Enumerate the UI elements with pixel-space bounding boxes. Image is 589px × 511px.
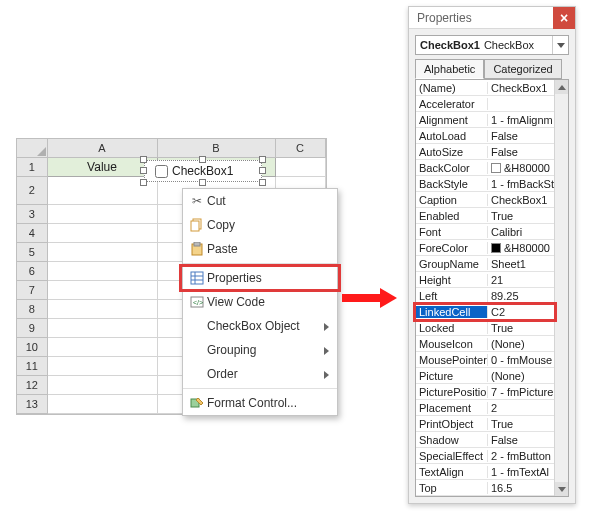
property-name: SpecialEffect	[416, 450, 488, 462]
resize-handle[interactable]	[140, 179, 147, 186]
property-row[interactable]: Accelerator	[416, 96, 568, 112]
property-row[interactable]: AutoLoadFalse	[416, 128, 568, 144]
menu-properties[interactable]: Properties	[183, 266, 337, 290]
resize-handle[interactable]	[259, 167, 266, 174]
col-header-a[interactable]: A	[47, 139, 157, 157]
close-button[interactable]: ×	[553, 7, 575, 29]
col-header-c[interactable]: C	[275, 139, 325, 157]
property-row[interactable]: PicturePosition7 - fmPicture	[416, 384, 568, 400]
property-name: Alignment	[416, 114, 488, 126]
cell-a4[interactable]	[47, 223, 157, 242]
row-header-11[interactable]: 11	[17, 356, 47, 375]
property-row[interactable]: AutoSizeFalse	[416, 144, 568, 160]
property-row[interactable]: SpecialEffect2 - fmButton	[416, 448, 568, 464]
row-header-10[interactable]: 10	[17, 337, 47, 356]
scroll-up-button[interactable]	[555, 80, 568, 94]
menu-order[interactable]: Order	[183, 362, 337, 386]
arrow-annotation	[342, 288, 397, 308]
resize-handle[interactable]	[140, 167, 147, 174]
property-row[interactable]: (Name)CheckBox1	[416, 80, 568, 96]
property-row[interactable]: BackStyle1 - fmBackSt	[416, 176, 568, 192]
property-name: LinkedCell	[416, 306, 488, 318]
cell-a8[interactable]	[47, 299, 157, 318]
scrollbar[interactable]	[554, 80, 568, 496]
menu-format-control[interactable]: Format Control...	[183, 391, 337, 415]
property-row[interactable]: PrintObjectTrue	[416, 416, 568, 432]
property-row[interactable]: Top16.5	[416, 480, 568, 496]
resize-handle[interactable]	[140, 156, 147, 163]
menu-paste[interactable]: Paste	[183, 237, 337, 261]
row-header-8[interactable]: 8	[17, 299, 47, 318]
cell-a13[interactable]	[47, 394, 157, 413]
property-row[interactable]: LinkedCellC2	[416, 304, 568, 320]
property-row[interactable]: ShadowFalse	[416, 432, 568, 448]
row-header-1[interactable]: 1	[17, 157, 47, 176]
resize-handle[interactable]	[259, 179, 266, 186]
cell-c1[interactable]	[275, 157, 325, 176]
property-row[interactable]: Placement2	[416, 400, 568, 416]
property-row[interactable]: LockedTrue	[416, 320, 568, 336]
property-name: AutoLoad	[416, 130, 488, 142]
properties-grid: (Name)CheckBox1AcceleratorAlignment1 - f…	[415, 79, 569, 497]
property-row[interactable]: MouseIcon(None)	[416, 336, 568, 352]
property-name: Top	[416, 482, 488, 494]
property-name: BackColor	[416, 162, 488, 174]
cell-a11[interactable]	[47, 356, 157, 375]
row-header-9[interactable]: 9	[17, 318, 47, 337]
menu-grouping[interactable]: Grouping	[183, 338, 337, 362]
property-row[interactable]: Height21	[416, 272, 568, 288]
cell-a7[interactable]	[47, 280, 157, 299]
property-row[interactable]: MousePointer0 - fmMouse	[416, 352, 568, 368]
menu-checkbox-object[interactable]: CheckBox Object	[183, 314, 337, 338]
row-header-6[interactable]: 6	[17, 261, 47, 280]
resize-handle[interactable]	[199, 179, 206, 186]
select-all-corner[interactable]	[17, 139, 47, 157]
property-row[interactable]: GroupNameSheet1	[416, 256, 568, 272]
property-row[interactable]: BackColor&H80000	[416, 160, 568, 176]
row-header-7[interactable]: 7	[17, 280, 47, 299]
property-row[interactable]: FontCalibri	[416, 224, 568, 240]
property-row[interactable]: Alignment1 - fmAlignm	[416, 112, 568, 128]
chevron-down-icon[interactable]	[552, 36, 568, 54]
cell-a5[interactable]	[47, 242, 157, 261]
row-header-12[interactable]: 12	[17, 375, 47, 394]
property-name: Shadow	[416, 434, 488, 446]
property-row[interactable]: ForeColor&H80000	[416, 240, 568, 256]
properties-titlebar[interactable]: Properties ×	[409, 7, 575, 29]
menu-copy[interactable]: Copy	[183, 213, 337, 237]
col-header-b[interactable]: B	[157, 139, 275, 157]
row-header-2[interactable]: 2	[17, 176, 47, 204]
cell-a10[interactable]	[47, 337, 157, 356]
resize-handle[interactable]	[259, 156, 266, 163]
property-name: BackStyle	[416, 178, 488, 190]
cell-a12[interactable]	[47, 375, 157, 394]
tab-categorized[interactable]: Categorized	[484, 59, 561, 79]
row-header-5[interactable]: 5	[17, 242, 47, 261]
cell-a3[interactable]	[47, 204, 157, 223]
property-row[interactable]: Picture(None)	[416, 368, 568, 384]
property-row[interactable]: TextAlign1 - fmTextAl	[416, 464, 568, 480]
menu-label: Grouping	[207, 343, 329, 357]
object-selector[interactable]: CheckBox1 CheckBox	[415, 35, 569, 55]
property-row[interactable]: CaptionCheckBox1	[416, 192, 568, 208]
menu-label: View Code	[207, 295, 329, 309]
resize-handle[interactable]	[199, 156, 206, 163]
cell-a6[interactable]	[47, 261, 157, 280]
scroll-down-button[interactable]	[555, 482, 568, 496]
menu-view-code[interactable]: </> View Code	[183, 290, 337, 314]
svg-text:</>: </>	[193, 299, 203, 306]
row-header-3[interactable]: 3	[17, 204, 47, 223]
tab-alphabetic[interactable]: Alphabetic	[415, 59, 484, 79]
checkbox-box[interactable]	[155, 165, 168, 178]
property-row[interactable]: Left89.25	[416, 288, 568, 304]
property-name: Enabled	[416, 210, 488, 222]
row-header-4[interactable]: 4	[17, 223, 47, 242]
object-name: CheckBox1	[416, 39, 484, 51]
property-row[interactable]: EnabledTrue	[416, 208, 568, 224]
row-header-13[interactable]: 13	[17, 394, 47, 413]
cell-a9[interactable]	[47, 318, 157, 337]
menu-label: Paste	[207, 242, 329, 256]
svg-rect-3	[194, 242, 200, 246]
menu-cut[interactable]: ✂ Cut	[183, 189, 337, 213]
property-name: PrintObject	[416, 418, 488, 430]
